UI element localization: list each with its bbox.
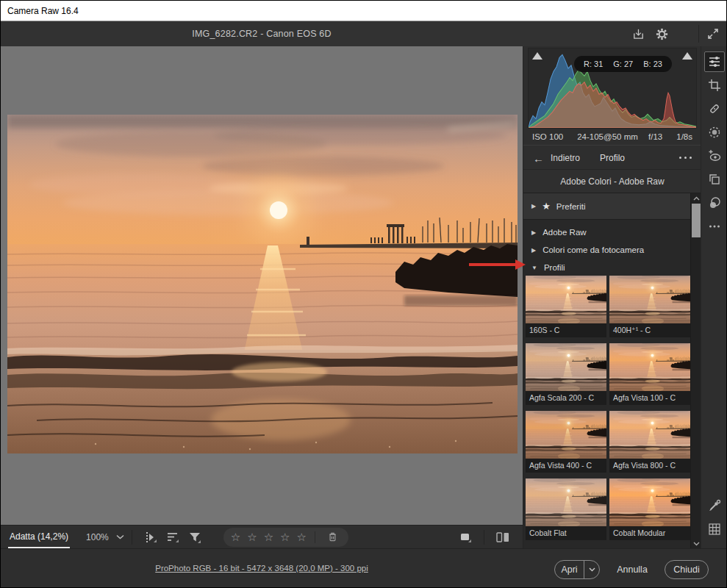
profile-thumbnail-image [609, 411, 690, 459]
profile-thumbnail[interactable]: Cobalt Modular [609, 478, 690, 540]
crop-icon[interactable] [704, 75, 725, 96]
rgb-readout-r: R: 31 [584, 60, 603, 68]
toolbar-divider [132, 530, 132, 545]
masking-icon[interactable] [704, 122, 725, 143]
group-label: Preferiti [556, 202, 586, 211]
snapshots-icon[interactable] [704, 169, 725, 190]
chevron-right-icon: ▶ [531, 229, 536, 236]
edit-sliders-icon[interactable] [704, 51, 725, 72]
open-chevron-down-icon[interactable] [584, 567, 599, 572]
profile-panel-header: ← Indietro Profilo [523, 145, 701, 170]
profile-thumbnail[interactable]: Agfa Vista 400 - C [526, 411, 606, 473]
annotation-arrow [469, 259, 526, 270]
topbar: IMG_6282.CR2 - Canon EOS 6D [1, 21, 726, 46]
chevron-down-icon: ▼ [531, 265, 537, 271]
more-tools-icon[interactable] [704, 216, 725, 237]
edit-panel: R: 31 G: 27 B: 23 ISO 100 24-105@50 mm f… [523, 46, 701, 548]
sort-icon[interactable] [164, 528, 182, 546]
close-button[interactable]: Chiudi [665, 560, 709, 579]
profile-thumbnail[interactable]: Agfa Vista 800 - C [609, 411, 690, 473]
window-title: Camera Raw 16.4 [7, 6, 79, 16]
group-label: Profili [544, 263, 565, 272]
profile-thumbnail-image [526, 478, 606, 526]
rgb-readout: R: 31 G: 27 B: 23 [574, 56, 672, 72]
profile-thumbnail[interactable]: 400H⁺¹ - C [609, 276, 690, 337]
profile-group-camera-colors[interactable]: ▶ Colori come da fotocamera [523, 242, 690, 258]
healing-icon[interactable] [704, 98, 725, 119]
profile-thumbnail[interactable]: Agfa Vista 100 - C [609, 343, 690, 405]
favorites-star-icon: ★ [542, 201, 551, 212]
trash-icon[interactable] [323, 528, 341, 546]
image-canvas[interactable] [1, 46, 523, 525]
profile-grid-icon[interactable] [704, 519, 725, 539]
profile-scrollbar[interactable] [690, 193, 701, 548]
zoom-fit-button[interactable]: Adatta (14,2%) [8, 526, 70, 548]
open-button[interactable]: Apri [554, 560, 600, 579]
profile-thumbnail-label: 400H⁺¹ - C [609, 323, 690, 337]
profile-thumbnail[interactable]: Agfa Scala 200 - C [526, 343, 606, 405]
profile-thumbnail-image [526, 411, 606, 459]
scroll-up-icon[interactable] [691, 193, 701, 203]
camera-raw-window: Camera Raw 16.4 IMG_6282.CR2 - Canon EOS… [0, 0, 727, 588]
profile-group-adobe-raw[interactable]: ▶ Adobe Raw [523, 224, 690, 240]
profile-thumbnail-image [609, 276, 690, 323]
profile-thumbnail-label: Agfa Vista 100 - C [609, 391, 690, 405]
profile-group-profili[interactable]: ▼ Profili [523, 259, 690, 276]
preview-mode-icon[interactable] [456, 528, 474, 546]
profile-thumbnail-label: Agfa Vista 400 - C [526, 459, 606, 473]
rating-star-icon[interactable]: ☆ [297, 528, 307, 547]
save-icon[interactable] [631, 26, 645, 41]
open-button-label[interactable]: Apri [555, 561, 584, 578]
profile-group-preferiti[interactable]: ▶ ★ Preferiti [523, 193, 690, 220]
rating-stars: ☆ ☆ ☆ ☆ ☆ [223, 528, 348, 547]
group-label: Adobe Raw [542, 228, 586, 237]
workflow-options-link[interactable]: ProPhoto RGB - 16 bit - 5472 x 3648 (20,… [155, 564, 368, 573]
profile-selector[interactable]: Adobe Colori - Adobe Raw [523, 170, 701, 193]
before-after-icon[interactable] [494, 528, 512, 546]
cancel-button[interactable]: Annulla [615, 560, 649, 579]
profile-thumbnail-label: 160S - C [526, 323, 606, 337]
rating-star-icon[interactable]: ☆ [264, 528, 273, 547]
histogram[interactable]: R: 31 G: 27 B: 23 [528, 48, 697, 129]
rating-star-icon[interactable]: ☆ [280, 528, 290, 547]
footer-bar: ProPhoto RGB - 16 bit - 5472 x 3648 (20,… [1, 548, 727, 588]
filmstrip-icon[interactable] [142, 528, 160, 546]
more-options-icon[interactable] [679, 157, 692, 159]
chevron-right-icon: ▶ [531, 247, 536, 254]
rating-star-icon[interactable]: ☆ [231, 528, 240, 547]
topbar-divider [698, 25, 699, 43]
document-title: IMG_6282.CR2 - Canon EOS 6D [1, 21, 523, 46]
presets-icon[interactable] [704, 193, 725, 213]
profile-thumbnail-image [609, 478, 690, 526]
photo-preview[interactable] [7, 115, 518, 453]
scroll-down-icon[interactable] [691, 539, 701, 548]
profile-thumbnail[interactable]: Cobalt Flat [526, 478, 606, 540]
rgb-readout-b: B: 23 [643, 60, 662, 68]
settings-gear-icon[interactable] [654, 26, 669, 41]
profile-thumbnail-label: Cobalt Flat [526, 526, 606, 540]
fullscreen-icon[interactable] [706, 26, 720, 41]
profile-thumbnail-label: Cobalt Modular [609, 526, 690, 540]
exif-aperture: f/13 [648, 132, 662, 141]
window-titlebar[interactable]: Camera Raw 16.4 [1, 1, 726, 21]
profile-browser: ▶ ★ Preferiti ▶ Adobe Raw ▶ Colori come … [523, 193, 701, 548]
rating-star-icon[interactable]: ☆ [247, 528, 257, 547]
exif-lens: 24-105@50 mm [577, 132, 638, 141]
profile-thumbnail-grid: 160S - C 400H⁺¹ - C Agfa Scala 200 - C A… [526, 276, 690, 540]
profile-thumbnail-image [526, 343, 606, 391]
toolbar-divider [484, 530, 484, 545]
zoom-level-button[interactable]: 100% [86, 532, 109, 542]
zoom-chevron-down-icon[interactable] [116, 534, 124, 539]
panel-title: Profilo [523, 146, 701, 171]
tool-rail [701, 46, 727, 548]
pill-divider [315, 531, 315, 543]
exif-shutter: 1/8s [676, 132, 692, 141]
profile-thumbnail[interactable]: 160S - C [526, 276, 606, 337]
red-eye-icon[interactable] [704, 146, 725, 166]
chevron-right-icon: ▶ [531, 203, 536, 209]
exif-iso: ISO 100 [532, 132, 563, 141]
group-label: Colori come da fotocamera [542, 245, 644, 254]
white-balance-eyedropper-icon[interactable] [704, 495, 725, 516]
filter-icon[interactable] [186, 528, 204, 546]
profile-thumbnail-label: Agfa Scala 200 - C [526, 391, 606, 405]
